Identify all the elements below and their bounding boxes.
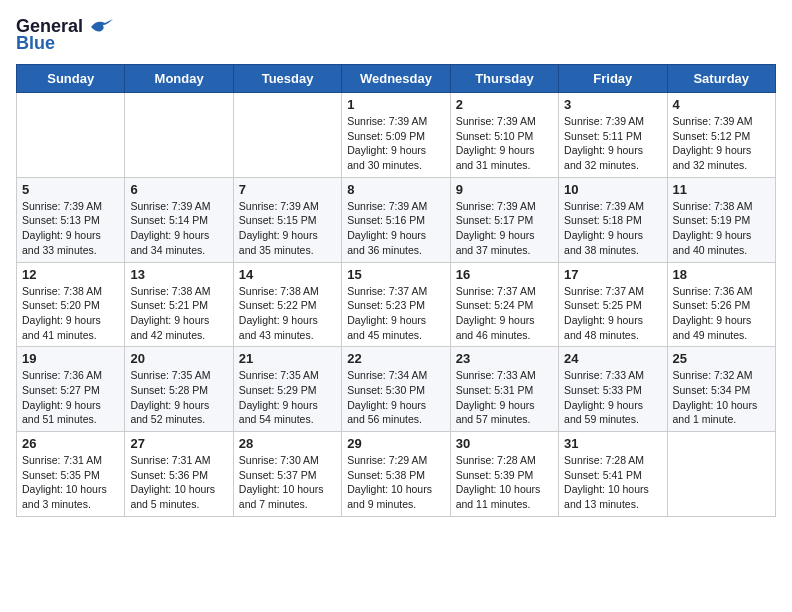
day-number: 30 xyxy=(456,436,553,451)
cell-content: Sunrise: 7:28 AM Sunset: 5:41 PM Dayligh… xyxy=(564,453,661,512)
day-number: 19 xyxy=(22,351,119,366)
calendar-cell: 25Sunrise: 7:32 AM Sunset: 5:34 PM Dayli… xyxy=(667,347,775,432)
calendar-cell xyxy=(233,93,341,178)
cell-content: Sunrise: 7:33 AM Sunset: 5:31 PM Dayligh… xyxy=(456,368,553,427)
cell-content: Sunrise: 7:38 AM Sunset: 5:20 PM Dayligh… xyxy=(22,284,119,343)
day-number: 28 xyxy=(239,436,336,451)
cell-content: Sunrise: 7:39 AM Sunset: 5:14 PM Dayligh… xyxy=(130,199,227,258)
cell-content: Sunrise: 7:38 AM Sunset: 5:21 PM Dayligh… xyxy=(130,284,227,343)
calendar-cell: 21Sunrise: 7:35 AM Sunset: 5:29 PM Dayli… xyxy=(233,347,341,432)
cell-content: Sunrise: 7:39 AM Sunset: 5:11 PM Dayligh… xyxy=(564,114,661,173)
page-header: General Blue xyxy=(16,16,776,54)
day-number: 6 xyxy=(130,182,227,197)
calendar-cell: 7Sunrise: 7:39 AM Sunset: 5:15 PM Daylig… xyxy=(233,177,341,262)
day-number: 15 xyxy=(347,267,444,282)
day-number: 29 xyxy=(347,436,444,451)
cell-content: Sunrise: 7:39 AM Sunset: 5:18 PM Dayligh… xyxy=(564,199,661,258)
cell-content: Sunrise: 7:29 AM Sunset: 5:38 PM Dayligh… xyxy=(347,453,444,512)
day-number: 23 xyxy=(456,351,553,366)
cell-content: Sunrise: 7:28 AM Sunset: 5:39 PM Dayligh… xyxy=(456,453,553,512)
calendar-cell: 24Sunrise: 7:33 AM Sunset: 5:33 PM Dayli… xyxy=(559,347,667,432)
cell-content: Sunrise: 7:33 AM Sunset: 5:33 PM Dayligh… xyxy=(564,368,661,427)
header-thursday: Thursday xyxy=(450,65,558,93)
calendar-cell: 1Sunrise: 7:39 AM Sunset: 5:09 PM Daylig… xyxy=(342,93,450,178)
calendar-cell: 14Sunrise: 7:38 AM Sunset: 5:22 PM Dayli… xyxy=(233,262,341,347)
calendar-cell: 30Sunrise: 7:28 AM Sunset: 5:39 PM Dayli… xyxy=(450,432,558,517)
calendar-cell: 13Sunrise: 7:38 AM Sunset: 5:21 PM Dayli… xyxy=(125,262,233,347)
calendar-cell: 10Sunrise: 7:39 AM Sunset: 5:18 PM Dayli… xyxy=(559,177,667,262)
calendar-cell: 27Sunrise: 7:31 AM Sunset: 5:36 PM Dayli… xyxy=(125,432,233,517)
calendar-cell: 22Sunrise: 7:34 AM Sunset: 5:30 PM Dayli… xyxy=(342,347,450,432)
header-wednesday: Wednesday xyxy=(342,65,450,93)
cell-content: Sunrise: 7:38 AM Sunset: 5:22 PM Dayligh… xyxy=(239,284,336,343)
header-sunday: Sunday xyxy=(17,65,125,93)
calendar-cell: 17Sunrise: 7:37 AM Sunset: 5:25 PM Dayli… xyxy=(559,262,667,347)
calendar-week-2: 5Sunrise: 7:39 AM Sunset: 5:13 PM Daylig… xyxy=(17,177,776,262)
calendar-body: 1Sunrise: 7:39 AM Sunset: 5:09 PM Daylig… xyxy=(17,93,776,517)
day-number: 5 xyxy=(22,182,119,197)
day-number: 11 xyxy=(673,182,770,197)
calendar-cell: 3Sunrise: 7:39 AM Sunset: 5:11 PM Daylig… xyxy=(559,93,667,178)
day-number: 8 xyxy=(347,182,444,197)
calendar-cell: 5Sunrise: 7:39 AM Sunset: 5:13 PM Daylig… xyxy=(17,177,125,262)
calendar-cell: 28Sunrise: 7:30 AM Sunset: 5:37 PM Dayli… xyxy=(233,432,341,517)
logo: General Blue xyxy=(16,16,115,54)
cell-content: Sunrise: 7:39 AM Sunset: 5:15 PM Dayligh… xyxy=(239,199,336,258)
cell-content: Sunrise: 7:30 AM Sunset: 5:37 PM Dayligh… xyxy=(239,453,336,512)
day-number: 9 xyxy=(456,182,553,197)
calendar-cell xyxy=(125,93,233,178)
day-number: 16 xyxy=(456,267,553,282)
cell-content: Sunrise: 7:37 AM Sunset: 5:25 PM Dayligh… xyxy=(564,284,661,343)
cell-content: Sunrise: 7:34 AM Sunset: 5:30 PM Dayligh… xyxy=(347,368,444,427)
calendar-cell: 18Sunrise: 7:36 AM Sunset: 5:26 PM Dayli… xyxy=(667,262,775,347)
calendar-week-1: 1Sunrise: 7:39 AM Sunset: 5:09 PM Daylig… xyxy=(17,93,776,178)
cell-content: Sunrise: 7:39 AM Sunset: 5:09 PM Dayligh… xyxy=(347,114,444,173)
day-number: 21 xyxy=(239,351,336,366)
calendar-cell xyxy=(667,432,775,517)
day-number: 14 xyxy=(239,267,336,282)
day-number: 10 xyxy=(564,182,661,197)
calendar-cell: 9Sunrise: 7:39 AM Sunset: 5:17 PM Daylig… xyxy=(450,177,558,262)
cell-content: Sunrise: 7:36 AM Sunset: 5:26 PM Dayligh… xyxy=(673,284,770,343)
calendar-cell xyxy=(17,93,125,178)
calendar-week-3: 12Sunrise: 7:38 AM Sunset: 5:20 PM Dayli… xyxy=(17,262,776,347)
day-number: 12 xyxy=(22,267,119,282)
cell-content: Sunrise: 7:39 AM Sunset: 5:10 PM Dayligh… xyxy=(456,114,553,173)
day-number: 20 xyxy=(130,351,227,366)
calendar-cell: 23Sunrise: 7:33 AM Sunset: 5:31 PM Dayli… xyxy=(450,347,558,432)
day-number: 4 xyxy=(673,97,770,112)
cell-content: Sunrise: 7:37 AM Sunset: 5:23 PM Dayligh… xyxy=(347,284,444,343)
calendar-cell: 19Sunrise: 7:36 AM Sunset: 5:27 PM Dayli… xyxy=(17,347,125,432)
calendar-week-5: 26Sunrise: 7:31 AM Sunset: 5:35 PM Dayli… xyxy=(17,432,776,517)
logo-blue-text: Blue xyxy=(16,33,55,54)
calendar-cell: 20Sunrise: 7:35 AM Sunset: 5:28 PM Dayli… xyxy=(125,347,233,432)
day-number: 17 xyxy=(564,267,661,282)
day-number: 31 xyxy=(564,436,661,451)
header-row: SundayMondayTuesdayWednesdayThursdayFrid… xyxy=(17,65,776,93)
calendar-table: SundayMondayTuesdayWednesdayThursdayFrid… xyxy=(16,64,776,517)
calendar-cell: 15Sunrise: 7:37 AM Sunset: 5:23 PM Dayli… xyxy=(342,262,450,347)
day-number: 3 xyxy=(564,97,661,112)
cell-content: Sunrise: 7:39 AM Sunset: 5:12 PM Dayligh… xyxy=(673,114,770,173)
day-number: 2 xyxy=(456,97,553,112)
calendar-cell: 2Sunrise: 7:39 AM Sunset: 5:10 PM Daylig… xyxy=(450,93,558,178)
cell-content: Sunrise: 7:37 AM Sunset: 5:24 PM Dayligh… xyxy=(456,284,553,343)
day-number: 27 xyxy=(130,436,227,451)
day-number: 24 xyxy=(564,351,661,366)
calendar-cell: 6Sunrise: 7:39 AM Sunset: 5:14 PM Daylig… xyxy=(125,177,233,262)
cell-content: Sunrise: 7:35 AM Sunset: 5:28 PM Dayligh… xyxy=(130,368,227,427)
header-friday: Friday xyxy=(559,65,667,93)
logo-bird-icon xyxy=(87,17,115,37)
calendar-header: SundayMondayTuesdayWednesdayThursdayFrid… xyxy=(17,65,776,93)
header-monday: Monday xyxy=(125,65,233,93)
calendar-cell: 29Sunrise: 7:29 AM Sunset: 5:38 PM Dayli… xyxy=(342,432,450,517)
calendar-cell: 26Sunrise: 7:31 AM Sunset: 5:35 PM Dayli… xyxy=(17,432,125,517)
calendar-cell: 4Sunrise: 7:39 AM Sunset: 5:12 PM Daylig… xyxy=(667,93,775,178)
day-number: 22 xyxy=(347,351,444,366)
calendar-cell: 12Sunrise: 7:38 AM Sunset: 5:20 PM Dayli… xyxy=(17,262,125,347)
cell-content: Sunrise: 7:36 AM Sunset: 5:27 PM Dayligh… xyxy=(22,368,119,427)
calendar-cell: 31Sunrise: 7:28 AM Sunset: 5:41 PM Dayli… xyxy=(559,432,667,517)
calendar-cell: 16Sunrise: 7:37 AM Sunset: 5:24 PM Dayli… xyxy=(450,262,558,347)
day-number: 13 xyxy=(130,267,227,282)
cell-content: Sunrise: 7:31 AM Sunset: 5:36 PM Dayligh… xyxy=(130,453,227,512)
